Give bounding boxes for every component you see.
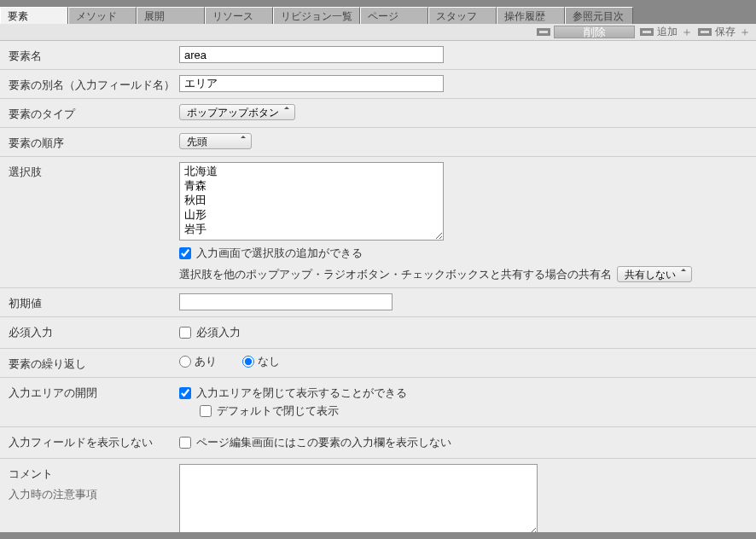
tab-resource[interactable]: リソース — [205, 7, 273, 24]
label-choices: 選択肢 — [9, 162, 179, 180]
required-checkbox[interactable] — [179, 327, 191, 339]
type-select[interactable]: ポップアップボタン — [179, 104, 295, 120]
add-button[interactable]: 追加 ＋ — [640, 25, 693, 39]
save-button[interactable]: 保存 ＋ — [698, 25, 751, 39]
collapse-default-text: デフォルトで閉じて表示 — [217, 403, 339, 419]
tab-revisions[interactable]: リビジョン一覧 — [273, 7, 360, 24]
choices-share-select[interactable]: 共有しない — [617, 266, 692, 282]
comment-textarea[interactable] — [179, 464, 538, 536]
tab-references[interactable]: 参照元目次 — [565, 7, 633, 24]
label-required: 必須入力 — [9, 322, 179, 340]
tab-element[interactable]: 要素 — [0, 7, 68, 24]
element-name-input[interactable] — [179, 46, 444, 63]
tab-deploy[interactable]: 展開 — [137, 7, 205, 24]
alias-input[interactable] — [179, 75, 444, 92]
label-type: 要素のタイプ — [9, 104, 179, 122]
repeat-no[interactable]: なし — [242, 354, 280, 369]
label-hidefield: 入力フィールドを表示しない — [9, 432, 179, 450]
label-order: 要素の順序 — [9, 133, 179, 151]
minus-icon — [698, 28, 712, 36]
hidefield-checkbox[interactable] — [179, 437, 191, 449]
collapse-checkbox[interactable] — [179, 387, 191, 399]
plus-icon: ＋ — [739, 26, 751, 38]
tab-staff[interactable]: スタッフ — [428, 7, 497, 24]
minus-icon — [640, 28, 654, 36]
choices-addable-label: 入力画面で選択肢の追加ができる — [196, 246, 363, 261]
label-collapse: 入力エリアの開閉 — [9, 383, 179, 401]
tab-page[interactable]: ページ — [360, 7, 428, 24]
label-alias: 要素の別名（入力フィールド名） — [9, 75, 179, 93]
plus-icon: ＋ — [681, 26, 693, 38]
choices-share-label: 選択肢を他のポップアップ・ラジオボタン・チェックボックスと共有する場合の共有名 — [179, 267, 612, 282]
collapse-default-checkbox[interactable] — [200, 405, 212, 417]
minus-icon — [537, 28, 550, 36]
order-select[interactable]: 先頭 — [179, 133, 252, 149]
hidefield-text: ページ編集画面にはこの要素の入力欄を表示しない — [196, 435, 451, 450]
label-comment: コメント — [9, 467, 179, 482]
label-comment-sub: 入力時の注意事項 — [9, 487, 179, 502]
repeat-yes[interactable]: あり — [179, 354, 217, 369]
tabs: 要素 メソッド 展開 リソース リビジョン一覧 ページ スタッフ 操作履歴 参照… — [0, 7, 756, 24]
label-repeat: 要素の繰り返し — [9, 354, 179, 372]
required-text: 必須入力 — [196, 325, 241, 340]
label-initial: 初期値 — [9, 293, 179, 311]
choices-addable-checkbox[interactable] — [179, 247, 191, 259]
label-element-name: 要素名 — [9, 46, 179, 64]
choices-textarea[interactable] — [179, 162, 444, 241]
tab-history[interactable]: 操作履歴 — [497, 7, 565, 24]
tab-method[interactable]: メソッド — [68, 7, 137, 24]
delete-button[interactable]: 削除 — [537, 26, 635, 38]
initial-input[interactable] — [179, 293, 393, 310]
collapse-text: 入力エリアを閉じて表示することができる — [196, 385, 407, 401]
